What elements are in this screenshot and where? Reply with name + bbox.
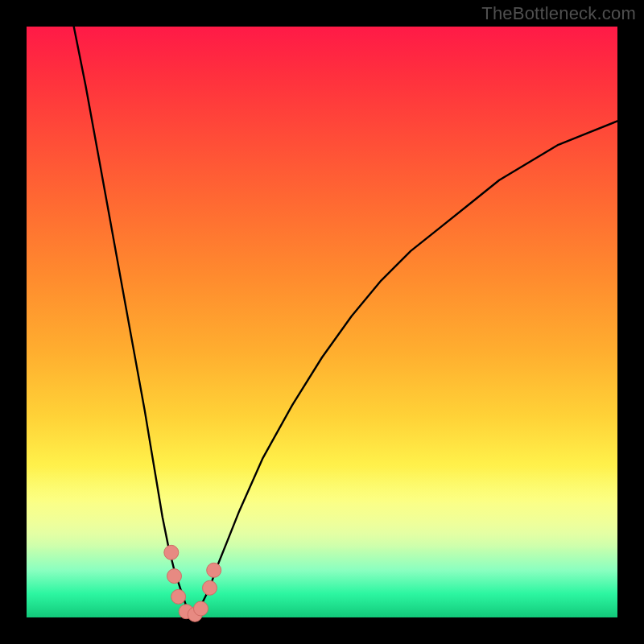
data-marker <box>207 563 221 577</box>
curve-layer <box>27 27 617 617</box>
plot-area <box>27 27 617 617</box>
data-marker <box>171 589 186 604</box>
data-marker <box>164 545 179 559</box>
data-marker <box>194 601 208 616</box>
chart-frame: TheBottleneck.com <box>0 0 644 644</box>
curve-right-branch <box>192 121 618 617</box>
data-marker <box>179 605 193 619</box>
data-marker <box>203 580 217 595</box>
data-marker <box>188 607 202 621</box>
watermark-text: TheBottleneck.com <box>481 3 636 24</box>
curve-left-branch <box>74 27 192 617</box>
data-marker <box>167 569 182 584</box>
haze-band <box>27 467 617 550</box>
